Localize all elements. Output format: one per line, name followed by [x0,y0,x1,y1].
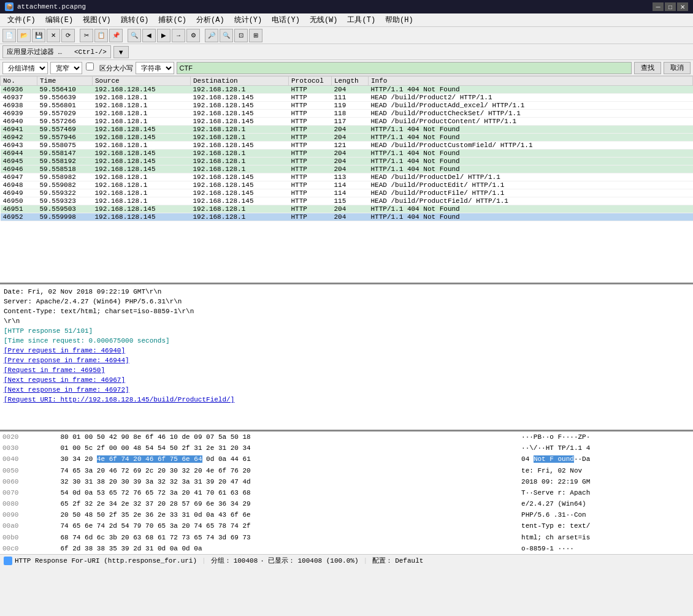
table-row[interactable]: 4694059.557266192.168.128.1192.168.128.1… [1,118,693,126]
menu-wireless[interactable]: 无线(W) [305,13,343,26]
toolbar-copy[interactable]: 📋 [94,29,108,42]
table-row[interactable]: 4694359.558075192.168.128.1192.168.128.1… [1,142,693,150]
menu-analyze[interactable]: 分析(A) [191,13,229,26]
maximize-button[interactable]: □ [665,2,676,11]
filter-bar: 应用显示过滤器 … <Ctrl-/> ▼ [0,44,693,60]
table-row[interactable]: 4693659.556410192.168.128.145192.168.128… [1,86,693,94]
config-value: Default [395,557,423,565]
col-no: No. [1,77,37,86]
toolbar-resize[interactable]: ⊞ [249,29,262,42]
toolbar-open[interactable]: 📂 [17,29,31,42]
group-label: 分组： [211,556,231,565]
detail-line[interactable]: [Request in frame: 46950] [4,365,689,375]
toolbar-cut[interactable]: ✂ [80,29,93,42]
col-destination: Destination [191,77,289,86]
table-row[interactable]: 4695159.559503192.168.128.145192.168.128… [1,205,693,213]
app-icon: 📦 [5,2,13,11]
menu-bar: 文件(F) 编辑(E) 视图(V) 跳转(G) 捕获(C) 分析(A) 统计(Y… [0,13,693,27]
toolbar-zoom-out[interactable]: 🔍 [220,29,233,42]
table-row[interactable]: 4694659.558518192.168.128.145192.168.128… [1,165,693,173]
menu-view[interactable]: 视图(V) [78,13,116,26]
title-bar: 📦 attachment.pcapng ─ □ ✕ [0,0,693,13]
status-bar: HTTP Response For-URI (http.response_for… [0,554,693,566]
table-row[interactable]: 4694959.559322192.168.128.1192.168.128.1… [1,189,693,197]
menu-file[interactable]: 文件(F) [2,13,40,26]
detail-line: Server: Apache/2.4.27 (Win64) PHP/5.6.31… [4,297,689,306]
toolbar-capture-opts[interactable]: ⚙ [186,29,200,42]
group-count: 100408 [234,557,258,565]
hex-row: 002080 01 00 50 42 90 8e 6f 46 10 de 09 … [0,432,693,443]
detail-line[interactable]: [Next response in frame: 46972] [4,385,689,395]
packet-table: No. Time Source Destination Protocol Len… [0,76,693,221]
table-row[interactable]: 4694559.558192192.168.128.145192.168.128… [1,158,693,165]
col-length: Length [332,77,369,86]
display-label: · 已显示： [260,556,295,565]
toolbar-zoom-in[interactable]: 🔎 [205,29,218,42]
close-button[interactable]: ✕ [677,2,688,11]
filter-label: 应用显示过滤器 … <Ctrl-/> [2,45,111,58]
table-row[interactable]: 4694259.557946192.168.128.145192.168.128… [1,134,693,142]
hex-row: 009020 50 48 50 2f 35 2e 36 2e 33 31 0d … [0,509,693,520]
case-sensitive-checkbox[interactable] [86,63,94,70]
search-field-dropdown[interactable]: 分组详情 [2,62,48,74]
ascii-highlight: Not F ound [534,455,574,463]
toolbar: 📄 📂 💾 ✕ ⟳ ✂ 📋 📌 🔍 ◀ ▶ → ⚙ 🔎 🔍 ⊡ ⊞ [0,27,693,44]
menu-statistics[interactable]: 统计(Y) [229,13,267,26]
toolbar-new[interactable]: 📄 [2,29,16,42]
col-time: Time [37,77,93,86]
table-row[interactable]: 4694759.558982192.168.128.1192.168.128.1… [1,173,693,181]
detail-line[interactable]: [Request URI: http://192.168.128.145/bui… [4,395,689,405]
table-row[interactable]: 4694159.557469192.168.128.145192.168.128… [1,126,693,134]
menu-telephony[interactable]: 电话(Y) [267,13,305,26]
toolbar-find[interactable]: 🔍 [128,29,141,42]
cancel-button[interactable]: 取消 [664,62,691,74]
menu-tools[interactable]: 工具(T) [342,13,380,26]
toolbar-back[interactable]: ◀ [142,29,156,42]
table-row[interactable]: 4695259.559998192.168.128.145192.168.128… [1,213,693,221]
toolbar-paste[interactable]: 📌 [109,29,123,42]
search-button[interactable]: 查找 [634,62,661,74]
status-text: HTTP Response For-URI (http.response_for… [15,557,197,565]
menu-capture[interactable]: 捕获(C) [153,13,191,26]
search-input[interactable] [177,62,632,74]
col-protocol: Protocol [289,77,332,86]
detail-line[interactable]: [Prev request in frame: 46940] [4,346,689,356]
detail-line[interactable]: [Next request in frame: 46967] [4,375,689,385]
toolbar-save[interactable]: 💾 [32,29,45,42]
window-controls[interactable]: ─ □ ✕ [653,2,688,11]
case-sensitive-label: 区分大小写 [85,63,133,73]
table-row[interactable]: 4693859.556801192.168.128.1192.168.128.1… [1,102,693,110]
config-label: 配置： [372,556,392,565]
table-row[interactable]: 4693959.557029192.168.128.1192.168.128.1… [1,110,693,118]
toolbar-reload[interactable]: ⟳ [61,29,75,42]
filter-dropdown-btn[interactable]: ▼ [113,46,129,58]
toolbar-goto[interactable]: → [172,29,185,42]
hex-row: 00a074 65 6e 74 2d 54 79 70 65 3a 20 74 … [0,520,693,531]
packet-list[interactable]: No. Time Source Destination Protocol Len… [0,76,693,284]
search-narrow-dropdown[interactable]: 宽窄 [50,62,82,74]
col-source: Source [93,77,191,86]
hex-row: 00c06f 2d 38 38 35 39 2d 31 0d 0a 0d 0ao… [0,543,693,554]
detail-pane: Date: Fri, 02 Nov 2018 09:22:19 GMT\r\nS… [0,284,693,432]
table-row[interactable]: 4694459.558147192.168.128.145192.168.128… [1,150,693,158]
hex-row: 004030 34 20 4e 6f 74 20 46 6f 75 6e 64 … [0,454,693,465]
toolbar-close[interactable]: ✕ [47,29,60,42]
detail-line: [HTTP response 51/101] [4,326,689,336]
hex-pane: 002080 01 00 50 42 90 8e 6f 46 10 de 09 … [0,432,693,554]
search-type-dropdown[interactable]: 字符串 [136,62,174,74]
table-row[interactable]: 4695059.559323192.168.128.1192.168.128.1… [1,197,693,205]
hex-row: 008065 2f 32 2e 34 2e 32 37 20 28 57 69 … [0,498,693,509]
table-row[interactable]: 4694859.559082192.168.128.1192.168.128.1… [1,181,693,189]
menu-goto[interactable]: 跳转(G) [116,13,154,26]
minimize-button[interactable]: ─ [653,2,664,11]
toolbar-forward[interactable]: ▶ [157,29,170,42]
toolbar-zoom-reset[interactable]: ⊡ [234,29,248,42]
hex-row: 00b068 74 6d 6c 3b 20 63 68 61 72 73 65 … [0,532,693,543]
detail-line: Date: Fri, 02 Nov 2018 09:22:19 GMT\r\n [4,287,689,297]
detail-line: [Time since request: 0.000675000 seconds… [4,336,689,346]
menu-help[interactable]: 帮助(H) [380,13,418,26]
table-row[interactable]: 4693759.556639192.168.128.1192.168.128.1… [1,94,693,102]
hex-highlight: 4e 6f 74 20 46 6f 75 6e 64 [97,455,202,463]
menu-edit[interactable]: 编辑(E) [40,13,78,26]
detail-line[interactable]: [Prev response in frame: 46944] [4,356,689,365]
